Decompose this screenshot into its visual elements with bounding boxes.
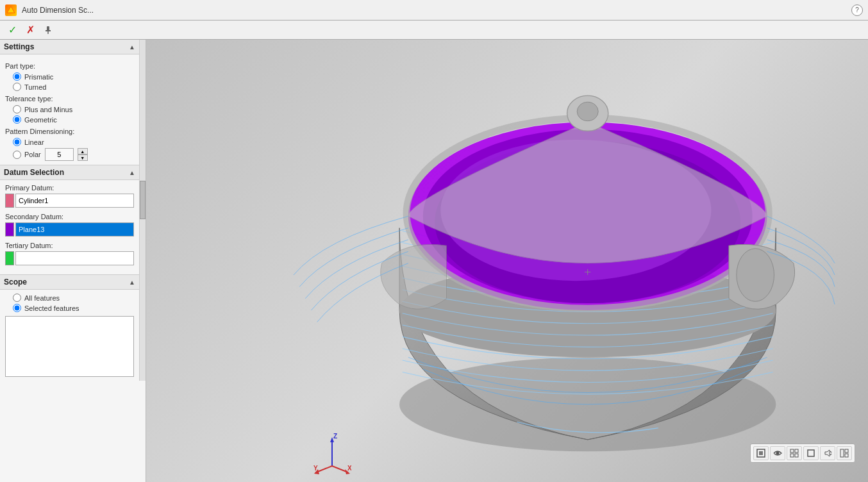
svg-rect-1: [47, 26, 49, 31]
selected-features-label: Selected features: [24, 304, 79, 312]
prismatic-radio[interactable]: [13, 72, 21, 81]
polar-row: Polar ▲ ▼: [13, 148, 134, 161]
svg-text:Z: Z: [333, 433, 337, 440]
polar-decrement[interactable]: ▼: [78, 154, 88, 161]
turned-radio[interactable]: [13, 83, 21, 91]
app-icon: [5, 4, 17, 16]
scope-section-header[interactable]: Scope ▲: [0, 275, 139, 290]
datum-title: Datum Selection: [4, 168, 64, 177]
svg-rect-36: [840, 449, 844, 457]
plus-minus-option[interactable]: Plus and Minus: [13, 105, 134, 113]
datum-collapse-icon: ▲: [129, 169, 135, 176]
svg-marker-33: [825, 450, 830, 456]
view-btn-layout[interactable]: [837, 446, 852, 460]
main-container: Settings ▲ Part type: Prismatic Turned: [0, 40, 868, 482]
tolerance-type-label: Tolerance type:: [5, 95, 134, 103]
svg-rect-2: [46, 30, 51, 31]
primary-datum-row: [5, 194, 134, 208]
polar-radio[interactable]: [13, 151, 21, 159]
svg-rect-38: [845, 454, 848, 457]
tertiary-datum-row: [5, 251, 134, 265]
view-btn-multi[interactable]: [787, 446, 802, 460]
view-btn-mute[interactable]: [820, 446, 835, 460]
view-btn-box[interactable]: [753, 446, 769, 460]
primary-datum-field: Primary Datum:: [5, 184, 134, 208]
svg-rect-26: [759, 451, 763, 455]
3d-part-svg: [146, 40, 868, 482]
title-bar: Auto Dimension Sc... ?: [0, 0, 868, 21]
view-btn-eye[interactable]: [770, 446, 785, 460]
settings-collapse-icon: ▲: [129, 44, 135, 51]
linear-option[interactable]: Linear: [13, 138, 134, 146]
prismatic-option[interactable]: Prismatic: [13, 72, 134, 81]
svg-text:X: X: [347, 465, 351, 472]
datum-content: Primary Datum: Secondary Datum:: [0, 180, 139, 274]
scope-title: Scope: [4, 278, 27, 287]
polar-option[interactable]: Polar: [13, 151, 41, 159]
selected-features-option[interactable]: Selected features: [13, 304, 134, 312]
primary-datum-label: Primary Datum:: [5, 184, 134, 192]
all-features-label: All features: [24, 294, 60, 302]
all-features-option[interactable]: All features: [13, 294, 134, 302]
turned-option[interactable]: Turned: [13, 83, 134, 91]
help-button[interactable]: ?: [851, 4, 863, 16]
svg-point-27: [776, 452, 780, 455]
geometric-radio[interactable]: [13, 115, 21, 124]
left-panel: Settings ▲ Part type: Prismatic Turned: [0, 40, 146, 482]
all-features-radio[interactable]: [13, 294, 21, 302]
part-type-label: Part type:: [5, 62, 134, 70]
scope-collapse-icon: ▲: [129, 279, 135, 286]
svg-line-34: [830, 451, 831, 453]
geometric-option[interactable]: Geometric: [13, 115, 134, 124]
pin-button[interactable]: [41, 23, 55, 37]
features-list-inner: [6, 317, 133, 319]
tertiary-color-indicator: [5, 251, 14, 265]
axis-indicator: Z X Y: [313, 431, 345, 469]
toolbar: ✓ ✗: [0, 21, 868, 40]
view-toolbar: [750, 444, 855, 463]
primary-datum-input[interactable]: [15, 194, 134, 208]
polar-label: Polar: [24, 151, 41, 158]
datum-section-header[interactable]: Datum Selection ▲: [0, 165, 139, 180]
settings-content: Part type: Prismatic Turned Tolerance ty…: [0, 54, 139, 165]
settings-section-header[interactable]: Settings ▲: [0, 40, 139, 54]
tertiary-datum-input[interactable]: [15, 251, 134, 265]
turned-label: Turned: [24, 83, 46, 91]
primary-color-indicator: [5, 194, 14, 208]
scope-content: All features Selected features: [0, 290, 139, 381]
geometric-label: Geometric: [24, 116, 57, 124]
tertiary-datum-label: Tertiary Datum:: [5, 242, 134, 249]
svg-rect-32: [808, 450, 814, 456]
svg-point-13: [577, 102, 598, 120]
panel-scrollbar[interactable]: [139, 40, 146, 381]
tolerance-type-group: Plus and Minus Geometric: [5, 105, 134, 124]
scope-type-group: All features Selected features: [5, 294, 134, 312]
svg-text:Y: Y: [313, 465, 318, 472]
pattern-type-group: Linear Polar ▲ ▼: [5, 138, 134, 161]
panel-scrollbar-thumb[interactable]: [140, 181, 146, 219]
svg-rect-31: [795, 454, 798, 457]
polar-spinners: ▲ ▼: [78, 148, 88, 161]
panel-content: Settings ▲ Part type: Prismatic Turned: [0, 40, 139, 381]
selected-features-radio[interactable]: [13, 304, 21, 312]
secondary-datum-field: Secondary Datum:: [5, 213, 134, 237]
plus-minus-label: Plus and Minus: [24, 106, 72, 113]
view-btn-single[interactable]: [803, 446, 819, 460]
svg-point-11: [737, 249, 774, 302]
window-title: Auto Dimension Sc...: [22, 6, 846, 15]
secondary-color-indicator: [5, 222, 14, 237]
linear-radio[interactable]: [13, 138, 21, 146]
plus-minus-radio[interactable]: [13, 105, 21, 113]
secondary-datum-row: [5, 222, 134, 237]
cancel-button[interactable]: ✗: [23, 23, 37, 37]
svg-rect-28: [790, 449, 794, 453]
secondary-datum-input[interactable]: [15, 222, 134, 237]
features-list[interactable]: [5, 316, 134, 377]
part-type-group: Prismatic Turned: [5, 72, 134, 91]
svg-rect-29: [795, 449, 798, 453]
secondary-datum-label: Secondary Datum:: [5, 213, 134, 220]
polar-value-input[interactable]: [45, 148, 74, 161]
confirm-button[interactable]: ✓: [5, 23, 19, 37]
3d-viewport[interactable]: Z X Y: [146, 40, 868, 482]
polar-increment[interactable]: ▲: [78, 148, 88, 154]
